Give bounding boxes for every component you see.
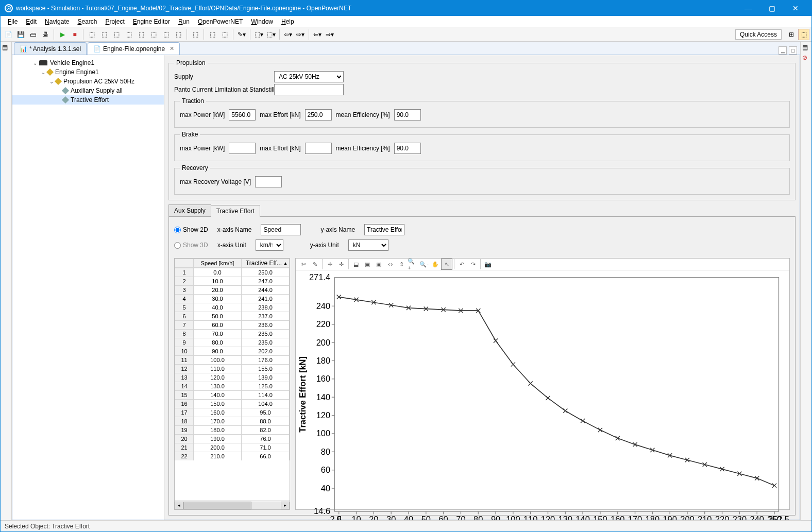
table-row[interactable]: 430.0241.0	[175, 295, 290, 303]
table-row[interactable]: 16150.0104.0	[175, 400, 290, 408]
minimize-view-icon[interactable]: ▁	[779, 46, 787, 55]
brake-meaneff-input[interactable]	[394, 143, 421, 154]
menu-openpowernet[interactable]: OpenPowerNET	[194, 17, 247, 26]
xunit-select[interactable]: km/h	[256, 239, 283, 251]
menu-engine-editor[interactable]: Engine Editor	[129, 17, 174, 26]
outline-tree[interactable]: ⌄ Vehicle Engine1 ⌄ Engine Engine1 ⌄ Pro…	[12, 55, 164, 520]
table-row[interactable]: 320.0244.0	[175, 286, 290, 295]
maximize-button[interactable]: ▢	[760, 1, 784, 16]
menu-run[interactable]: Run	[174, 17, 194, 26]
maximize-view-icon[interactable]: ▢	[789, 46, 797, 55]
xname-input[interactable]	[261, 224, 301, 235]
target-icon[interactable]: ✛	[324, 259, 335, 270]
tree-node-vehicle[interactable]: ⌄ Vehicle Engine1	[12, 58, 164, 67]
recovery-maxv-input[interactable]	[255, 176, 282, 187]
dropdown-icon-1[interactable]: ⬚▾	[253, 29, 264, 40]
redo-icon[interactable]: ↷	[467, 259, 479, 270]
brake-maxeffort-input[interactable]	[305, 143, 332, 154]
camera-icon[interactable]: 📷	[482, 259, 494, 270]
view-icon-right-2[interactable]: ⊘	[802, 54, 810, 62]
table-row[interactable]: 980.0235.0	[175, 338, 290, 347]
cut-icon[interactable]: ✄	[298, 259, 309, 270]
table-row[interactable]: 13120.0139.0	[175, 373, 290, 382]
vsplit-icon[interactable]: ⇕	[396, 259, 407, 270]
zoomout-icon[interactable]: 🔍-	[418, 259, 430, 270]
view-icon-left[interactable]: ▤	[2, 44, 10, 52]
table-row[interactable]: 20190.076.0	[175, 435, 290, 443]
menu-file[interactable]: File	[4, 17, 22, 26]
close-button[interactable]: ✕	[784, 1, 807, 16]
table-row[interactable]: 12110.0155.0	[175, 365, 290, 373]
nav-back-icon[interactable]: ⇐▾	[312, 29, 323, 40]
traction-maxeffort-input[interactable]	[305, 109, 332, 121]
table-row[interactable]: 540.0238.0	[175, 303, 290, 312]
tool-icon-5[interactable]: ⬚	[136, 29, 147, 40]
menu-help[interactable]: Help	[277, 17, 298, 26]
perspective-icon[interactable]: ⬚	[798, 29, 809, 40]
minimize-button[interactable]: —	[736, 1, 760, 16]
table-row[interactable]: 21200.071.0	[175, 443, 290, 452]
tool-icon-9[interactable]: ⬚	[190, 29, 201, 40]
expand-icon[interactable]: ⌄	[48, 79, 55, 84]
expand-icon[interactable]: ⌄	[40, 70, 46, 75]
run-icon[interactable]: ▶	[57, 29, 68, 40]
open-perspective-icon[interactable]: ⊞	[786, 29, 797, 40]
save-all-icon[interactable]: 🗃	[27, 29, 39, 40]
target2-icon[interactable]: ✛	[335, 259, 347, 270]
back-icon[interactable]: ⇦▾	[282, 29, 294, 40]
close-tab-icon[interactable]: ✕	[170, 45, 174, 52]
tree-node-aux-supply[interactable]: Auxiliary Supply all	[12, 86, 164, 95]
menu-window[interactable]: Window	[247, 17, 277, 26]
zoombox-icon[interactable]: ▣	[362, 259, 373, 270]
pan-icon[interactable]: ✋	[430, 259, 441, 270]
panto-input[interactable]	[274, 84, 344, 95]
col-header-speed[interactable]: Speed [km/h]	[194, 259, 242, 268]
tool-icon-3[interactable]: ⬚	[111, 29, 122, 40]
table-row[interactable]: 15140.0114.0	[175, 391, 290, 400]
hsplit-icon[interactable]: ⇔	[384, 259, 396, 270]
scroll-right-icon[interactable]: ▸	[281, 502, 290, 509]
save-icon[interactable]: 💾	[15, 29, 26, 40]
brush-icon[interactable]: ✎	[309, 259, 320, 270]
traction-meaneff-input[interactable]	[394, 109, 421, 121]
menu-search[interactable]: Search	[73, 17, 101, 26]
table-row[interactable]: 17160.095.0	[175, 408, 290, 417]
tab-engine-file[interactable]: 📄 Engine-File.opnengine ✕	[88, 42, 180, 55]
menu-edit[interactable]: Edit	[22, 17, 41, 26]
data-table[interactable]: Speed [km/h] Tractive Eff... ▴ 10.0250.0…	[174, 258, 290, 501]
supply-select[interactable]: AC 25kV 50Hz	[274, 71, 344, 82]
tool-icon-2[interactable]: ⬚	[98, 29, 110, 40]
tab-aux-supply[interactable]: Aux Supply	[168, 204, 211, 216]
quick-access-button[interactable]: Quick Access	[735, 29, 782, 40]
traction-maxpower-input[interactable]	[229, 109, 256, 121]
nav-fwd-icon[interactable]: ⇒▾	[324, 29, 335, 40]
undo-icon[interactable]: ↶	[456, 259, 467, 270]
forward-icon[interactable]: ⇨▾	[295, 29, 306, 40]
table-row[interactable]: 14130.0125.0	[175, 382, 290, 391]
tool-icon-8[interactable]: ⬚	[173, 29, 184, 40]
zoomin-icon[interactable]: 🔍+	[407, 259, 418, 270]
tool-icon-4[interactable]: ⬚	[123, 29, 134, 40]
tool-icon-11[interactable]: ⬚	[219, 29, 230, 40]
tree-node-engine[interactable]: ⌄ Engine Engine1	[12, 67, 164, 77]
tool-icon-7[interactable]: ⬚	[160, 29, 172, 40]
tool-icon-10[interactable]: ⬚	[207, 29, 218, 40]
table-row[interactable]: 10.0250.0	[175, 268, 290, 277]
table-row[interactable]: 870.0235.0	[175, 330, 290, 338]
tree-node-tractive-effort[interactable]: Tractive Effort	[12, 95, 164, 105]
axes-icon[interactable]: ⬓	[350, 259, 362, 270]
view-icon-right-1[interactable]: ▤	[802, 44, 810, 52]
wand-icon[interactable]: ✎▾	[236, 29, 247, 40]
scroll-left-icon[interactable]: ◂	[175, 502, 183, 509]
table-row[interactable]: 210.0247.0	[175, 277, 290, 286]
row-header-blank[interactable]	[175, 259, 194, 268]
table-row[interactable]: 22210.066.0	[175, 452, 290, 461]
new-file-icon[interactable]: 📄	[3, 29, 14, 40]
tool-icon-1[interactable]: ⬚	[86, 29, 97, 40]
tree-node-propulsion[interactable]: ⌄ Propulsion AC 25kV 50Hz	[12, 77, 164, 86]
zoombox2-icon[interactable]: ▣	[373, 259, 384, 270]
table-h-scrollbar[interactable]: ◂ ▸	[174, 501, 290, 510]
show-3d-radio[interactable]	[174, 242, 181, 249]
yname-input[interactable]	[364, 224, 404, 235]
table-row[interactable]: 1090.0202.0	[175, 347, 290, 356]
